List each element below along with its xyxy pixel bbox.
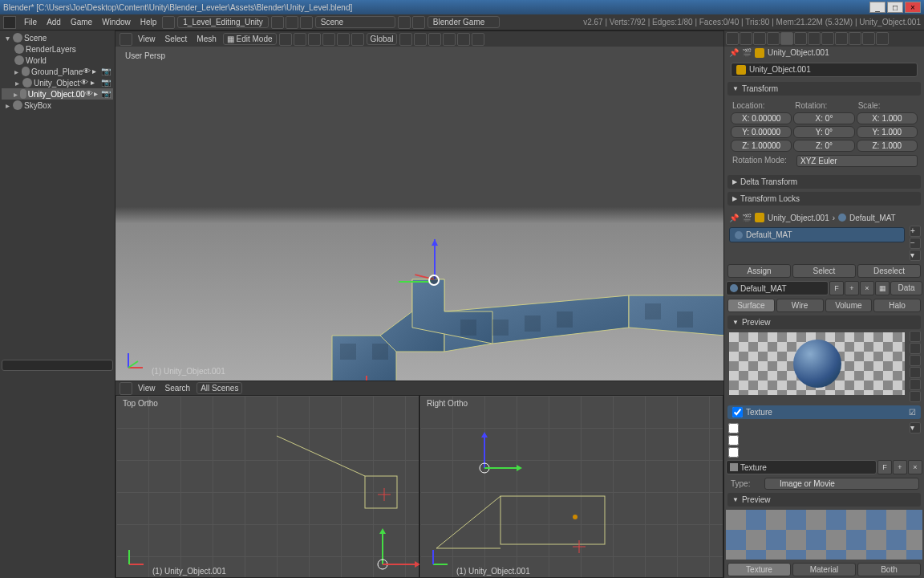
manipulator-icon[interactable] [399, 33, 412, 46]
menu-add[interactable]: Add [42, 18, 66, 26]
snap-icon[interactable] [428, 33, 441, 46]
menu-help[interactable]: Help [136, 18, 162, 26]
link-data-dropdown[interactable]: Data [890, 281, 922, 295]
pivot-icon[interactable] [294, 33, 306, 46]
expand-icon[interactable]: ▸ [13, 67, 20, 76]
outliner-search[interactable] [2, 360, 113, 371]
texture-slot[interactable]: Texture ☑ [727, 405, 921, 419]
preview-cube-button[interactable] [910, 355, 921, 366]
maximize-button[interactable]: □ [887, 2, 903, 13]
preview-monkey-button[interactable] [910, 367, 921, 378]
menu-view[interactable]: View [133, 35, 160, 43]
tab-world[interactable] [767, 32, 780, 45]
menu-file[interactable]: File [19, 18, 42, 26]
select-icon[interactable]: ▸ [94, 89, 100, 99]
tab-render[interactable] [726, 32, 739, 45]
texture-slot-enabled-icon[interactable]: ☑ [909, 408, 916, 417]
render-icon[interactable]: 📷 [101, 78, 111, 88]
render-icon[interactable]: 📷 [101, 89, 111, 99]
render-shade-icon[interactable] [472, 33, 484, 46]
preview-texture-button[interactable]: Texture [727, 563, 791, 576]
menu-window[interactable]: Window [97, 18, 136, 26]
viewport-top[interactable]: Top Ortho (1) Unity_Object.001 [116, 395, 419, 578]
expand-icon[interactable]: ▾ [3, 34, 11, 43]
halo-button[interactable]: Halo [873, 299, 921, 312]
editor-type-icon[interactable] [120, 382, 132, 395]
preview-sky-button[interactable] [910, 391, 921, 402]
add-slot-button[interactable]: + [910, 226, 921, 237]
texture-slot-checkbox[interactable] [728, 423, 739, 434]
fake-user-button[interactable]: F [829, 281, 844, 295]
blender-icon[interactable] [3, 16, 16, 29]
vertex-select-icon[interactable] [308, 33, 321, 46]
viewport-3d[interactable]: User Persp [116, 47, 723, 381]
tab-particles[interactable] [862, 32, 875, 45]
visibility-icon[interactable]: 👁 [80, 78, 90, 88]
outliner-unityobject[interactable]: ▸Unity_Object👁▸📷 [2, 77, 113, 88]
layers-icon[interactable] [414, 33, 427, 46]
scene-close-icon[interactable] [398, 16, 411, 29]
manipulator-gizmo[interactable] [478, 428, 526, 476]
filter-dropdown[interactable]: All Scenes [197, 382, 242, 394]
panel-texpreview-header[interactable]: ▼Preview [727, 493, 921, 507]
layout-close-icon[interactable] [271, 16, 284, 29]
visibility-icon[interactable]: 👁 [85, 89, 93, 99]
panel-deltatransform-header[interactable]: ▶Delta Transform [727, 175, 921, 189]
rotation-x-field[interactable]: X: 0° [793, 112, 854, 124]
prop-edit-icon[interactable] [457, 33, 470, 46]
texture-enable-checkbox[interactable] [732, 407, 743, 417]
panel-transform-header[interactable]: ▼Transform [727, 82, 921, 96]
pin-icon[interactable]: 📌 [729, 48, 739, 57]
x-axis-handle[interactable] [399, 281, 431, 283]
location-y-field[interactable]: Y: 0.00000 [731, 126, 792, 138]
tab-renderlayers[interactable] [740, 32, 752, 45]
expand-icon[interactable]: ▸ [13, 90, 18, 99]
texture-type-dropdown[interactable]: Image or Movie [764, 478, 919, 490]
minimize-button[interactable]: _ [869, 2, 886, 13]
assign-button[interactable]: Assign [727, 264, 791, 278]
render-icon[interactable]: 📷 [101, 67, 111, 76]
tab-texture[interactable] [849, 32, 861, 45]
pin-icon[interactable]: 📌 [729, 214, 739, 222]
manipulator-gizmo[interactable] [376, 524, 424, 572]
slot-menu-button[interactable]: ▾ [910, 250, 921, 261]
unlink-material-button[interactable]: × [860, 281, 874, 295]
preview-material-button[interactable]: Material [792, 563, 856, 576]
texture-menu-button[interactable]: ▾ [910, 422, 921, 434]
outliner-groundplane[interactable]: ▸Ground_Plane👁▸📷 [2, 66, 113, 77]
expand-icon[interactable]: ▸ [3, 101, 11, 110]
outliner-scene[interactable]: ▾Scene [2, 32, 113, 43]
scene-dropdown[interactable]: Scene [315, 16, 395, 28]
snap-type-icon[interactable] [443, 33, 456, 46]
nodes-button[interactable]: ▦ [875, 281, 890, 295]
menu-mesh[interactable]: Mesh [192, 35, 221, 43]
location-x-field[interactable]: X: 0.00000 [731, 112, 792, 124]
select-button[interactable]: Select [792, 264, 856, 278]
orientation-dropdown[interactable]: Global [367, 33, 398, 45]
edge-select-icon[interactable] [322, 33, 335, 46]
volume-button[interactable]: Volume [825, 299, 873, 312]
outliner-unityobject001[interactable]: ▸Unity_Object.00👁▸📷 [2, 88, 113, 100]
surface-button[interactable]: Surface [727, 299, 775, 312]
tab-physics[interactable] [876, 32, 889, 45]
menu-select[interactable]: Select [160, 35, 192, 43]
render-engine-dropdown[interactable]: Blender Game [428, 16, 500, 28]
face-select-icon[interactable] [337, 33, 350, 46]
texture-slot-checkbox[interactable] [728, 435, 739, 446]
cursor-3d[interactable] [378, 488, 391, 501]
rotation-y-field[interactable]: Y: 0° [793, 126, 854, 138]
screen-layout-dropdown[interactable]: 1_Level_Editing_Unity [177, 16, 269, 28]
select-icon[interactable]: ▸ [92, 67, 100, 76]
scale-y-field[interactable]: Y: 1.000 [857, 126, 918, 138]
texture-name-field[interactable]: Texture [726, 460, 877, 474]
unlink-texture-button[interactable]: × [908, 460, 922, 474]
add-texture-button[interactable]: + [893, 460, 907, 474]
select-icon[interactable]: ▸ [91, 78, 100, 88]
add-material-button[interactable]: + [845, 281, 859, 295]
preview-sphere-button[interactable] [910, 343, 921, 354]
menu-game[interactable]: Game [66, 18, 97, 26]
expand-icon[interactable]: ▸ [13, 79, 21, 88]
material-slot[interactable]: Default_MAT [729, 227, 905, 242]
layout-add-icon[interactable] [286, 16, 298, 29]
tab-modifiers[interactable] [808, 32, 821, 45]
